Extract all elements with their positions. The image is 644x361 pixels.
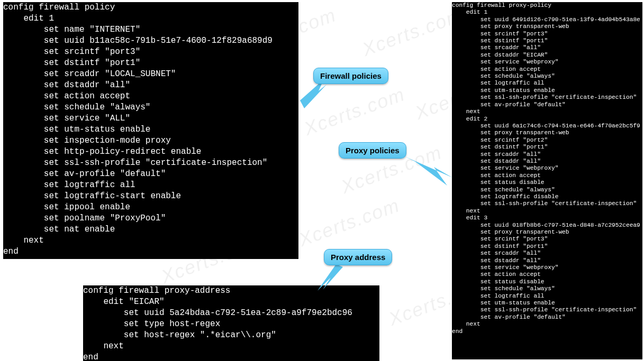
- svg-marker-1: [405, 156, 452, 186]
- proxy-policies-callout: Proxy policies: [339, 142, 406, 159]
- proxy-address-terminal: config firewall proxy-address edit "EICA…: [83, 285, 379, 361]
- watermark: Xcerts.com: [359, 4, 466, 61]
- proxy-policy-terminal: config firewall proxy-policy edit 1 set …: [452, 2, 642, 359]
- proxy-callout-arrow: [405, 156, 452, 188]
- svg-marker-2: [318, 264, 343, 291]
- firewall-callout-arrow: [300, 79, 326, 111]
- watermark: Xcerts.com: [296, 194, 403, 251]
- proxy-address-callout: Proxy address: [324, 249, 392, 265]
- firewall-policy-terminal: config firewall policy edit 1 set name "…: [3, 2, 298, 259]
- proxyaddr-callout-arrow: [318, 264, 344, 291]
- firewall-policies-callout: Firewall policies: [313, 68, 388, 84]
